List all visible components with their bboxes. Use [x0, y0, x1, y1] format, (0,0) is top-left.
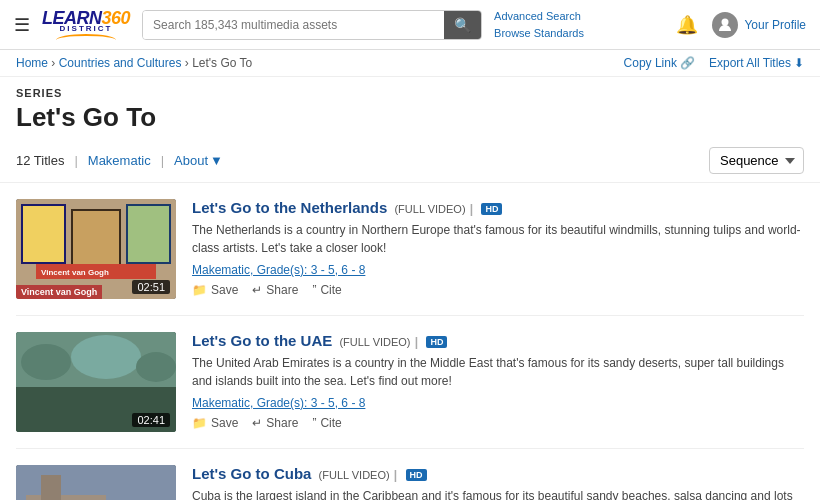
- series-section: SERIES Let's Go To: [0, 77, 820, 139]
- avatar: [712, 12, 738, 38]
- export-titles-button[interactable]: Export All Titles ⬇: [709, 56, 804, 70]
- share-label: Share: [266, 416, 298, 430]
- sequence-select[interactable]: Sequence: [709, 147, 804, 174]
- share-label: Share: [266, 283, 298, 297]
- copy-link-button[interactable]: Copy Link 🔗: [624, 56, 695, 70]
- separator-icon: |: [415, 335, 422, 349]
- item-content: Let's Go to the UAE (FULL VIDEO) | HD Th…: [192, 332, 804, 432]
- about-filter[interactable]: About ▼: [174, 153, 223, 168]
- item-thumbnail: [16, 465, 176, 500]
- series-title: Let's Go To: [16, 102, 804, 133]
- header-right: 🔔 Your Profile: [676, 12, 806, 38]
- copy-link-label: Copy Link: [624, 56, 677, 70]
- svg-point-15: [136, 352, 176, 382]
- search-button[interactable]: 🔍: [444, 11, 481, 39]
- save-button[interactable]: 📁 Save: [192, 283, 238, 297]
- svg-point-14: [71, 335, 141, 379]
- search-bar[interactable]: 🔍: [142, 10, 482, 40]
- svg-text:Vincent van Gogh: Vincent van Gogh: [41, 268, 109, 277]
- export-label: Export All Titles: [709, 56, 791, 70]
- advanced-search-link[interactable]: Advanced Search: [494, 8, 584, 25]
- item-meta[interactable]: Makematic, Grade(s): 3 - 5, 6 - 8: [192, 396, 804, 410]
- browse-standards-link[interactable]: Browse Standards: [494, 25, 584, 42]
- hamburger-icon[interactable]: ☰: [14, 14, 30, 36]
- thumb-duration: 02:41: [132, 413, 170, 427]
- filter-left: 12 Titles | Makematic | About ▼: [16, 153, 223, 168]
- filter-right[interactable]: Sequence: [709, 147, 804, 174]
- header: ☰ LEARN360 DISTRICT 🔍 Advanced Search Br…: [0, 0, 820, 50]
- about-label: About: [174, 153, 208, 168]
- thumb-label: Vincent van Gogh: [16, 285, 102, 299]
- svg-rect-17: [16, 465, 176, 500]
- filter-sep1: |: [74, 153, 77, 168]
- item-thumbnail: 02:41: [16, 332, 176, 432]
- breadcrumb: Home › Countries and Cultures › Let's Go…: [16, 56, 252, 70]
- item-description: The Netherlands is a country in Northern…: [192, 221, 804, 257]
- chevron-down-icon: ▼: [210, 153, 223, 168]
- share-icon: ↵: [252, 416, 262, 430]
- item-title-link[interactable]: Let's Go to Cuba: [192, 465, 311, 482]
- full-video-tag: (FULL VIDEO): [339, 336, 410, 348]
- full-video-tag: (FULL VIDEO): [319, 469, 390, 481]
- user-area[interactable]: Your Profile: [712, 12, 806, 38]
- cite-icon: ”: [312, 283, 316, 297]
- breadcrumb-level2: Let's Go To: [192, 56, 252, 70]
- item-title: Let's Go to Cuba (FULL VIDEO) | HD: [192, 465, 804, 482]
- items-list: Vincent van Gogh Vincent van Gogh 02:51 …: [0, 183, 820, 500]
- save-button[interactable]: 📁 Save: [192, 416, 238, 430]
- list-item: 02:41 Let's Go to the UAE (FULL VIDEO) |…: [16, 316, 804, 449]
- hd-badge: HD: [406, 469, 427, 481]
- item-title: Let's Go to the Netherlands (FULL VIDEO)…: [192, 199, 804, 216]
- item-description: The United Arab Emirates is a country in…: [192, 354, 804, 390]
- filter-bar: 12 Titles | Makematic | About ▼ Sequence: [0, 139, 820, 183]
- separator-icon: |: [470, 202, 477, 216]
- item-content: Let's Go to the Netherlands (FULL VIDEO)…: [192, 199, 804, 299]
- save-label: Save: [211, 283, 238, 297]
- svg-rect-7: [128, 206, 169, 262]
- download-icon: ⬇: [794, 56, 804, 70]
- link-icon: 🔗: [680, 56, 695, 70]
- svg-point-13: [21, 344, 71, 380]
- titles-count: 12 Titles: [16, 153, 64, 168]
- hd-badge: HD: [426, 336, 447, 348]
- filter-sep2: |: [161, 153, 164, 168]
- source-filter[interactable]: Makematic: [88, 153, 151, 168]
- svg-rect-18: [26, 495, 106, 500]
- item-actions: 📁 Save ↵ Share ” Cite: [192, 283, 804, 297]
- cite-icon: ”: [312, 416, 316, 430]
- svg-rect-20: [41, 475, 61, 500]
- logo[interactable]: LEARN360 DISTRICT: [42, 9, 130, 40]
- item-description: Cuba is the largest island in the Caribb…: [192, 487, 804, 500]
- item-title-link[interactable]: Let's Go to the UAE: [192, 332, 332, 349]
- separator-icon: |: [394, 468, 401, 482]
- item-meta[interactable]: Makematic, Grade(s): 3 - 5, 6 - 8: [192, 263, 804, 277]
- cite-label: Cite: [320, 416, 341, 430]
- breadcrumb-home[interactable]: Home: [16, 56, 48, 70]
- breadcrumb-bar: Home › Countries and Cultures › Let's Go…: [0, 50, 820, 77]
- item-title: Let's Go to the UAE (FULL VIDEO) | HD: [192, 332, 804, 349]
- breadcrumb-sep1: ›: [51, 56, 58, 70]
- cite-button[interactable]: ” Cite: [312, 416, 341, 430]
- logo-arc: [56, 34, 116, 40]
- item-content: Let's Go to Cuba (FULL VIDEO) | HD Cuba …: [192, 465, 804, 500]
- share-button[interactable]: ↵ Share: [252, 416, 298, 430]
- item-thumbnail: Vincent van Gogh Vincent van Gogh 02:51: [16, 199, 176, 299]
- breadcrumb-level1[interactable]: Countries and Cultures: [59, 56, 182, 70]
- item-actions: 📁 Save ↵ Share ” Cite: [192, 416, 804, 430]
- save-icon: 📁: [192, 416, 207, 430]
- share-icon: ↵: [252, 283, 262, 297]
- share-button[interactable]: ↵ Share: [252, 283, 298, 297]
- cite-label: Cite: [320, 283, 341, 297]
- save-icon: 📁: [192, 283, 207, 297]
- cite-button[interactable]: ” Cite: [312, 283, 341, 297]
- list-item: Let's Go to Cuba (FULL VIDEO) | HD Cuba …: [16, 449, 804, 500]
- save-label: Save: [211, 416, 238, 430]
- full-video-tag: (FULL VIDEO): [394, 203, 465, 215]
- thumb-duration: 02:51: [132, 280, 170, 294]
- search-input[interactable]: [143, 11, 444, 39]
- bell-icon[interactable]: 🔔: [676, 14, 698, 36]
- user-name: Your Profile: [744, 18, 806, 32]
- item-title-link[interactable]: Let's Go to the Netherlands: [192, 199, 387, 216]
- svg-rect-3: [23, 206, 64, 262]
- list-item: Vincent van Gogh Vincent van Gogh 02:51 …: [16, 183, 804, 316]
